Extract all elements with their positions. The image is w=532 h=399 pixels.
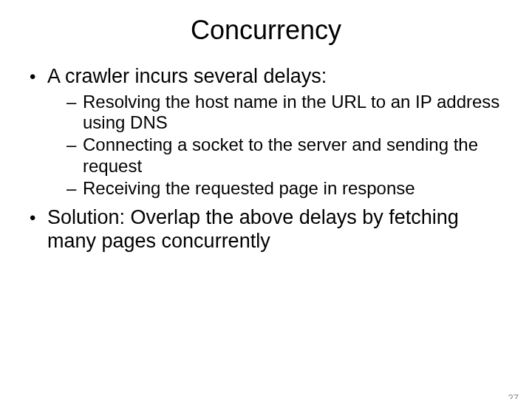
- slide-title: Concurrency: [0, 15, 532, 46]
- list-item: Receiving the requested page in response: [66, 178, 505, 199]
- bullet-text: Resolving the host name in the URL to an…: [83, 92, 499, 132]
- sub-bullet-list: Resolving the host name in the URL to an…: [47, 92, 505, 200]
- list-item: Solution: Overlap the above delays by fe…: [27, 206, 505, 253]
- page-number: 27: [508, 392, 519, 399]
- list-item: Connecting a socket to the server and se…: [66, 134, 505, 177]
- bullet-text: Solution: Overlap the above delays by fe…: [47, 206, 459, 252]
- bullet-text: Receiving the requested page in response: [83, 178, 415, 198]
- slide: Concurrency A crawler incurs several del…: [0, 15, 532, 399]
- list-item: A crawler incurs several delays: Resolvi…: [27, 65, 505, 199]
- bullet-list: A crawler incurs several delays: Resolvi…: [27, 65, 505, 253]
- list-item: Resolving the host name in the URL to an…: [66, 92, 505, 134]
- bullet-text: Connecting a socket to the server and se…: [83, 134, 478, 175]
- slide-body: A crawler incurs several delays: Resolvi…: [0, 65, 532, 253]
- bullet-text: A crawler incurs several delays:: [47, 65, 327, 87]
